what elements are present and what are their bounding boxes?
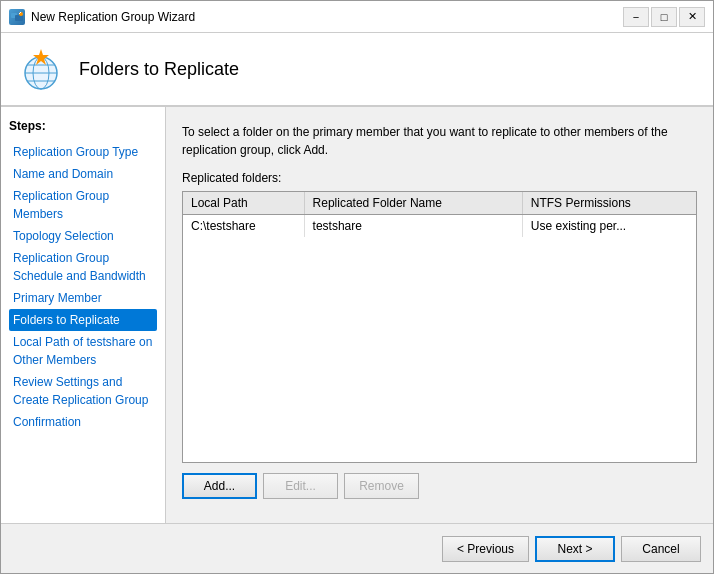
table-buttons: Add... Edit... Remove bbox=[182, 473, 697, 499]
main-content: To select a folder on the primary member… bbox=[166, 107, 713, 523]
title-bar: New Replication Group Wizard − □ ✕ bbox=[1, 1, 713, 33]
sidebar-item-local-path[interactable]: Local Path of testshare on Other Members bbox=[9, 331, 157, 371]
steps-label: Steps: bbox=[9, 119, 157, 133]
app-icon bbox=[9, 9, 25, 25]
description-text: To select a folder on the primary member… bbox=[182, 123, 697, 159]
replicated-folders-label: Replicated folders: bbox=[182, 171, 697, 185]
remove-button[interactable]: Remove bbox=[344, 473, 419, 499]
cancel-button[interactable]: Cancel bbox=[621, 536, 701, 562]
header-title: Folders to Replicate bbox=[79, 59, 239, 80]
footer: < Previous Next > Cancel bbox=[1, 523, 713, 573]
sidebar-item-confirmation[interactable]: Confirmation bbox=[9, 411, 157, 433]
maximize-button[interactable]: □ bbox=[651, 7, 677, 27]
sidebar: Steps: Replication Group Type Name and D… bbox=[1, 107, 166, 523]
sidebar-item-primary-member[interactable]: Primary Member bbox=[9, 287, 157, 309]
previous-button[interactable]: < Previous bbox=[442, 536, 529, 562]
minimize-button[interactable]: − bbox=[623, 7, 649, 27]
cell-ntfs-permissions: Use existing per... bbox=[522, 215, 696, 238]
next-button[interactable]: Next > bbox=[535, 536, 615, 562]
header-area: Folders to Replicate bbox=[1, 33, 713, 107]
sidebar-item-review-settings[interactable]: Review Settings and Create Replication G… bbox=[9, 371, 157, 411]
folders-table-container: Local Path Replicated Folder Name NTFS P… bbox=[182, 191, 697, 463]
table-row[interactable]: C:\testshare testshare Use existing per.… bbox=[183, 215, 696, 238]
col-ntfs-permissions: NTFS Permissions bbox=[522, 192, 696, 215]
sidebar-item-replication-group-type[interactable]: Replication Group Type bbox=[9, 141, 157, 163]
wizard-icon bbox=[17, 45, 65, 93]
cell-replicated-folder-name: testshare bbox=[304, 215, 522, 238]
sidebar-item-replication-group-members[interactable]: Replication Group Members bbox=[9, 185, 157, 225]
wizard-window: New Replication Group Wizard − □ ✕ Folde… bbox=[0, 0, 714, 574]
cell-local-path: C:\testshare bbox=[183, 215, 304, 238]
col-local-path: Local Path bbox=[183, 192, 304, 215]
sidebar-item-replication-group-schedule[interactable]: Replication Group Schedule and Bandwidth bbox=[9, 247, 157, 287]
content-area: Steps: Replication Group Type Name and D… bbox=[1, 107, 713, 523]
sidebar-item-folders-to-replicate[interactable]: Folders to Replicate bbox=[9, 309, 157, 331]
edit-button[interactable]: Edit... bbox=[263, 473, 338, 499]
svg-rect-1 bbox=[15, 15, 23, 21]
table-header-row: Local Path Replicated Folder Name NTFS P… bbox=[183, 192, 696, 215]
close-button[interactable]: ✕ bbox=[679, 7, 705, 27]
sidebar-item-name-and-domain[interactable]: Name and Domain bbox=[9, 163, 157, 185]
title-bar-buttons: − □ ✕ bbox=[623, 7, 705, 27]
title-bar-text: New Replication Group Wizard bbox=[31, 10, 623, 24]
folders-table: Local Path Replicated Folder Name NTFS P… bbox=[183, 192, 696, 237]
add-button[interactable]: Add... bbox=[182, 473, 257, 499]
col-replicated-folder-name: Replicated Folder Name bbox=[304, 192, 522, 215]
sidebar-item-topology-selection[interactable]: Topology Selection bbox=[9, 225, 157, 247]
